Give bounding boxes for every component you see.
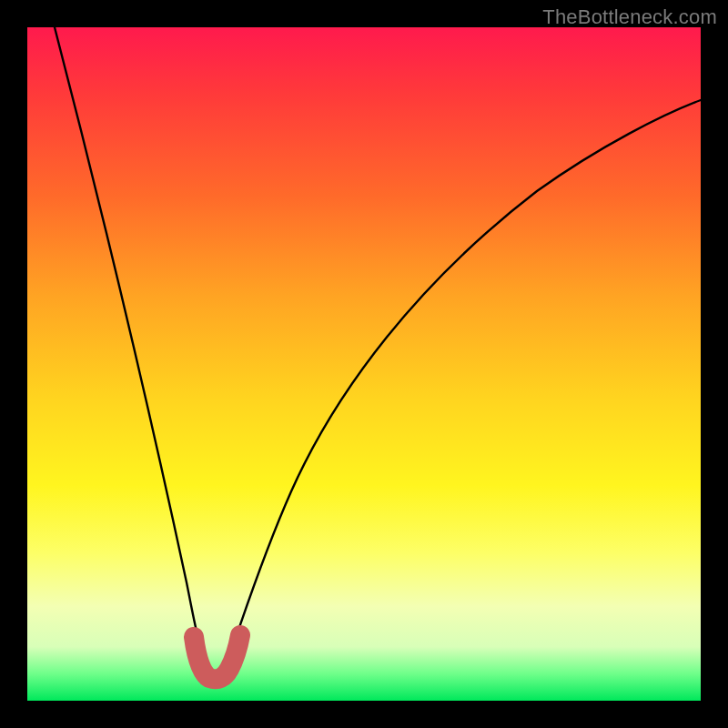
bottleneck-curve-svg (27, 27, 701, 701)
watermark-text: TheBottleneck.com (542, 5, 717, 29)
chart-plot-area (27, 27, 701, 701)
bottleneck-curve (55, 27, 701, 679)
curve-minimum-highlight (194, 635, 240, 679)
